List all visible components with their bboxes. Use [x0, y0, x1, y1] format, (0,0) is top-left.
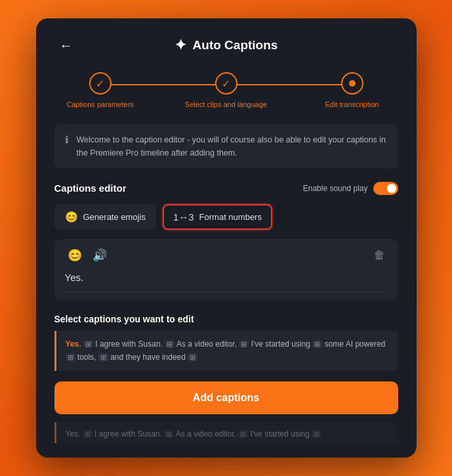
snippet-tag-6: ⊞: [98, 353, 108, 361]
format-numbers-label: Format numbers: [199, 212, 262, 222]
bottom-tag-3: ⊞: [238, 430, 248, 438]
caption-text: Yes.: [65, 269, 388, 286]
step-2-circle: ✓: [215, 72, 237, 95]
enable-sound-label: Enable sound play: [303, 184, 368, 193]
caption-edit-area: 😊 🔊 🗑 Yes.: [54, 239, 398, 301]
stepper: ✓ Captions parameters ✓ Select clips and…: [54, 72, 398, 109]
snippet-tag-3: ⊞: [239, 340, 249, 348]
step-2-label: Select clips and language: [185, 100, 267, 109]
step-2: ✓ Select clips and language: [180, 72, 272, 109]
step-3-label: Edit transcription: [325, 100, 379, 109]
bottom-snippet-text: Yes. ⊞ I agree with Susan. ⊞ As a video …: [66, 427, 389, 441]
caption-divider: [65, 292, 388, 293]
format-numbers-button[interactable]: 1↔3 Format numbers: [163, 204, 272, 230]
auto-captions-icon: ✦: [175, 37, 186, 54]
step-3: Edit transcription: [306, 72, 398, 109]
main-card: ← ✦ Auto Captions ✓ Captions parameters …: [36, 18, 417, 457]
generate-emojis-button[interactable]: 😊 Generate emojis: [54, 204, 156, 230]
sound-play-row: Enable sound play: [303, 182, 398, 195]
snippet-text: Yes. ⊞ I agree with Susan. ⊞ As a video …: [66, 337, 389, 364]
step-1-label: Captions parameters: [66, 100, 133, 109]
volume-action-button[interactable]: 🔊: [90, 247, 110, 264]
add-captions-button[interactable]: Add captions: [54, 381, 398, 414]
step-3-circle: [341, 72, 363, 95]
snippet-tag-5: ⊞: [66, 353, 75, 361]
tool-buttons: 😊 Generate emojis 1↔3 Format numbers: [54, 204, 398, 230]
bottom-snippet: Yes. ⊞ I agree with Susan. ⊞ As a video …: [54, 422, 398, 443]
snippet-tag-2: ⊞: [165, 340, 175, 348]
sound-play-toggle[interactable]: [373, 182, 398, 195]
page-title: Auto Captions: [193, 38, 278, 53]
edit-actions: 😊 🔊 🗑: [65, 247, 388, 264]
captions-editor-title: Captions editor: [54, 183, 127, 194]
snippet-highlight: Yes.: [66, 339, 81, 349]
bottom-tag: ⊞: [83, 430, 92, 438]
bottom-tag-4: ⊞: [312, 430, 321, 438]
snippet-tag-7: ⊞: [188, 353, 197, 361]
snippet-tag: ⊞: [83, 340, 93, 348]
select-captions-section: Select captions you want to edit Yes. ⊞ …: [54, 314, 398, 371]
bottom-tag-2: ⊞: [164, 430, 174, 438]
info-box: ℹ Welcome to the caption editor - you wi…: [54, 124, 398, 169]
select-captions-title: Select captions you want to edit: [54, 314, 398, 324]
header: ← ✦ Auto Captions: [54, 37, 398, 54]
back-button[interactable]: ←: [54, 35, 78, 56]
caption-snippet: Yes. ⊞ I agree with Susan. ⊞ As a video …: [54, 331, 398, 371]
format-numbers-icon: 1↔3: [173, 211, 194, 223]
emoji-action-button[interactable]: 😊: [65, 247, 85, 264]
captions-editor-header: Captions editor Enable sound play: [54, 182, 398, 195]
snippet-tag-4: ⊞: [312, 340, 322, 348]
info-text: Welcome to the caption editor - you will…: [77, 133, 388, 160]
header-title: ✦ Auto Captions: [175, 37, 278, 54]
step-1: ✓ Captions parameters: [54, 72, 146, 109]
delete-action-button[interactable]: 🗑: [371, 248, 388, 263]
generate-emojis-label: Generate emojis: [83, 212, 146, 222]
step-1-circle: ✓: [89, 72, 112, 95]
emoji-btn-icon: 😊: [65, 211, 78, 223]
info-icon: ℹ: [65, 134, 69, 146]
